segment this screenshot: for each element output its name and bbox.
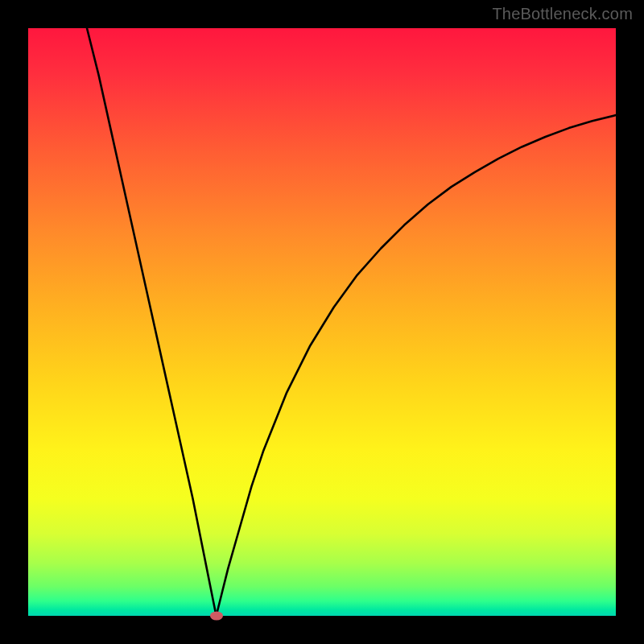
- chart-frame: TheBottleneck.com: [0, 0, 644, 644]
- bottleneck-curve: [28, 28, 616, 616]
- watermark-text: TheBottleneck.com: [492, 5, 633, 23]
- plot-area: [28, 28, 616, 616]
- minimum-marker: [210, 612, 223, 621]
